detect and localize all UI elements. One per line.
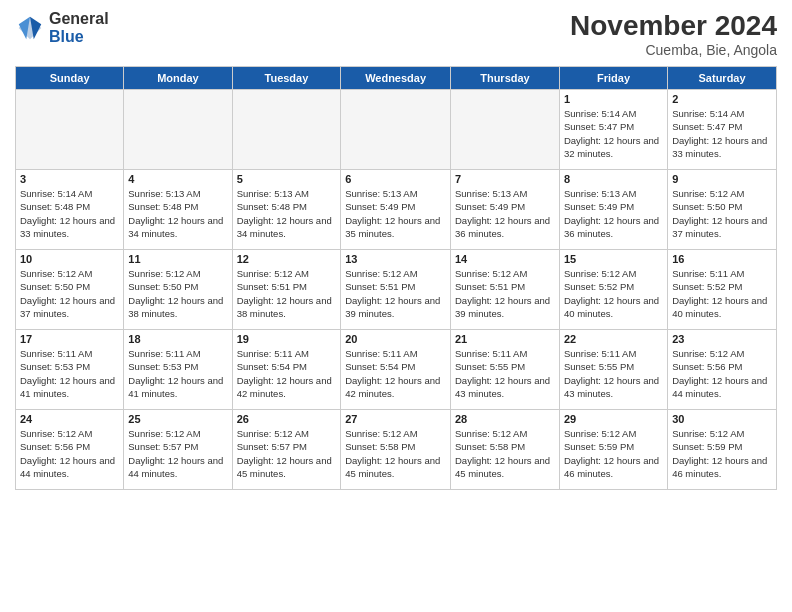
- calendar-cell: 8Sunrise: 5:13 AM Sunset: 5:49 PM Daylig…: [559, 170, 667, 250]
- calendar-cell: [16, 90, 124, 170]
- weekday-header-friday: Friday: [559, 67, 667, 90]
- day-number: 9: [672, 173, 772, 185]
- day-info: Sunrise: 5:12 AM Sunset: 5:58 PM Dayligh…: [455, 427, 555, 480]
- calendar-cell: [232, 90, 341, 170]
- calendar-cell: 18Sunrise: 5:11 AM Sunset: 5:53 PM Dayli…: [124, 330, 232, 410]
- week-row-3: 10Sunrise: 5:12 AM Sunset: 5:50 PM Dayli…: [16, 250, 777, 330]
- title-block: November 2024 Cuemba, Bie, Angola: [570, 10, 777, 58]
- calendar-cell: 19Sunrise: 5:11 AM Sunset: 5:54 PM Dayli…: [232, 330, 341, 410]
- day-info: Sunrise: 5:13 AM Sunset: 5:49 PM Dayligh…: [564, 187, 663, 240]
- calendar-cell: 21Sunrise: 5:11 AM Sunset: 5:55 PM Dayli…: [450, 330, 559, 410]
- logo-blue-text: Blue: [49, 28, 109, 46]
- day-info: Sunrise: 5:13 AM Sunset: 5:49 PM Dayligh…: [455, 187, 555, 240]
- day-number: 22: [564, 333, 663, 345]
- calendar-cell: 25Sunrise: 5:12 AM Sunset: 5:57 PM Dayli…: [124, 410, 232, 490]
- day-number: 17: [20, 333, 119, 345]
- day-number: 18: [128, 333, 227, 345]
- day-number: 23: [672, 333, 772, 345]
- page-container: General Blue November 2024 Cuemba, Bie, …: [0, 0, 792, 612]
- day-info: Sunrise: 5:14 AM Sunset: 5:47 PM Dayligh…: [564, 107, 663, 160]
- calendar-cell: 16Sunrise: 5:11 AM Sunset: 5:52 PM Dayli…: [668, 250, 777, 330]
- day-number: 3: [20, 173, 119, 185]
- calendar-cell: 26Sunrise: 5:12 AM Sunset: 5:57 PM Dayli…: [232, 410, 341, 490]
- week-row-1: 1Sunrise: 5:14 AM Sunset: 5:47 PM Daylig…: [16, 90, 777, 170]
- day-info: Sunrise: 5:12 AM Sunset: 5:51 PM Dayligh…: [345, 267, 446, 320]
- day-info: Sunrise: 5:12 AM Sunset: 5:59 PM Dayligh…: [672, 427, 772, 480]
- day-info: Sunrise: 5:11 AM Sunset: 5:54 PM Dayligh…: [345, 347, 446, 400]
- day-number: 27: [345, 413, 446, 425]
- weekday-header-sunday: Sunday: [16, 67, 124, 90]
- calendar-cell: 1Sunrise: 5:14 AM Sunset: 5:47 PM Daylig…: [559, 90, 667, 170]
- calendar-cell: 12Sunrise: 5:12 AM Sunset: 5:51 PM Dayli…: [232, 250, 341, 330]
- calendar-cell: [341, 90, 451, 170]
- calendar-cell: 14Sunrise: 5:12 AM Sunset: 5:51 PM Dayli…: [450, 250, 559, 330]
- logo-text: General Blue: [49, 10, 109, 45]
- day-info: Sunrise: 5:12 AM Sunset: 5:57 PM Dayligh…: [128, 427, 227, 480]
- calendar-cell: 7Sunrise: 5:13 AM Sunset: 5:49 PM Daylig…: [450, 170, 559, 250]
- calendar-cell: 4Sunrise: 5:13 AM Sunset: 5:48 PM Daylig…: [124, 170, 232, 250]
- calendar-cell: 11Sunrise: 5:12 AM Sunset: 5:50 PM Dayli…: [124, 250, 232, 330]
- day-number: 14: [455, 253, 555, 265]
- day-number: 29: [564, 413, 663, 425]
- calendar-cell: 6Sunrise: 5:13 AM Sunset: 5:49 PM Daylig…: [341, 170, 451, 250]
- day-info: Sunrise: 5:11 AM Sunset: 5:55 PM Dayligh…: [564, 347, 663, 400]
- day-info: Sunrise: 5:13 AM Sunset: 5:48 PM Dayligh…: [237, 187, 337, 240]
- day-number: 2: [672, 93, 772, 105]
- logo: General Blue: [15, 10, 109, 45]
- calendar-body: 1Sunrise: 5:14 AM Sunset: 5:47 PM Daylig…: [16, 90, 777, 490]
- day-number: 6: [345, 173, 446, 185]
- day-info: Sunrise: 5:11 AM Sunset: 5:55 PM Dayligh…: [455, 347, 555, 400]
- calendar-cell: 22Sunrise: 5:11 AM Sunset: 5:55 PM Dayli…: [559, 330, 667, 410]
- calendar-cell: 10Sunrise: 5:12 AM Sunset: 5:50 PM Dayli…: [16, 250, 124, 330]
- day-info: Sunrise: 5:12 AM Sunset: 5:56 PM Dayligh…: [672, 347, 772, 400]
- week-row-2: 3Sunrise: 5:14 AM Sunset: 5:48 PM Daylig…: [16, 170, 777, 250]
- calendar-cell: 27Sunrise: 5:12 AM Sunset: 5:58 PM Dayli…: [341, 410, 451, 490]
- calendar-cell: 28Sunrise: 5:12 AM Sunset: 5:58 PM Dayli…: [450, 410, 559, 490]
- calendar-cell: 2Sunrise: 5:14 AM Sunset: 5:47 PM Daylig…: [668, 90, 777, 170]
- calendar-table: SundayMondayTuesdayWednesdayThursdayFrid…: [15, 66, 777, 490]
- day-info: Sunrise: 5:12 AM Sunset: 5:58 PM Dayligh…: [345, 427, 446, 480]
- day-info: Sunrise: 5:13 AM Sunset: 5:49 PM Dayligh…: [345, 187, 446, 240]
- weekday-header-monday: Monday: [124, 67, 232, 90]
- day-info: Sunrise: 5:11 AM Sunset: 5:52 PM Dayligh…: [672, 267, 772, 320]
- day-info: Sunrise: 5:14 AM Sunset: 5:47 PM Dayligh…: [672, 107, 772, 160]
- calendar-cell: 29Sunrise: 5:12 AM Sunset: 5:59 PM Dayli…: [559, 410, 667, 490]
- day-number: 12: [237, 253, 337, 265]
- weekday-header-thursday: Thursday: [450, 67, 559, 90]
- day-number: 11: [128, 253, 227, 265]
- day-number: 8: [564, 173, 663, 185]
- weekday-header-tuesday: Tuesday: [232, 67, 341, 90]
- calendar-cell: 23Sunrise: 5:12 AM Sunset: 5:56 PM Dayli…: [668, 330, 777, 410]
- day-info: Sunrise: 5:12 AM Sunset: 5:56 PM Dayligh…: [20, 427, 119, 480]
- day-number: 1: [564, 93, 663, 105]
- day-info: Sunrise: 5:12 AM Sunset: 5:57 PM Dayligh…: [237, 427, 337, 480]
- day-number: 24: [20, 413, 119, 425]
- weekday-header-saturday: Saturday: [668, 67, 777, 90]
- week-row-4: 17Sunrise: 5:11 AM Sunset: 5:53 PM Dayli…: [16, 330, 777, 410]
- day-number: 19: [237, 333, 337, 345]
- calendar-cell: 5Sunrise: 5:13 AM Sunset: 5:48 PM Daylig…: [232, 170, 341, 250]
- page-subtitle: Cuemba, Bie, Angola: [570, 42, 777, 58]
- week-row-5: 24Sunrise: 5:12 AM Sunset: 5:56 PM Dayli…: [16, 410, 777, 490]
- day-number: 16: [672, 253, 772, 265]
- day-info: Sunrise: 5:13 AM Sunset: 5:48 PM Dayligh…: [128, 187, 227, 240]
- day-info: Sunrise: 5:12 AM Sunset: 5:51 PM Dayligh…: [237, 267, 337, 320]
- day-info: Sunrise: 5:14 AM Sunset: 5:48 PM Dayligh…: [20, 187, 119, 240]
- day-number: 30: [672, 413, 772, 425]
- calendar-cell: 24Sunrise: 5:12 AM Sunset: 5:56 PM Dayli…: [16, 410, 124, 490]
- weekday-header-row: SundayMondayTuesdayWednesdayThursdayFrid…: [16, 67, 777, 90]
- calendar-cell: 17Sunrise: 5:11 AM Sunset: 5:53 PM Dayli…: [16, 330, 124, 410]
- calendar-cell: 20Sunrise: 5:11 AM Sunset: 5:54 PM Dayli…: [341, 330, 451, 410]
- day-info: Sunrise: 5:11 AM Sunset: 5:54 PM Dayligh…: [237, 347, 337, 400]
- day-info: Sunrise: 5:12 AM Sunset: 5:51 PM Dayligh…: [455, 267, 555, 320]
- day-info: Sunrise: 5:12 AM Sunset: 5:50 PM Dayligh…: [672, 187, 772, 240]
- calendar-cell: [450, 90, 559, 170]
- day-number: 26: [237, 413, 337, 425]
- day-info: Sunrise: 5:11 AM Sunset: 5:53 PM Dayligh…: [20, 347, 119, 400]
- day-info: Sunrise: 5:12 AM Sunset: 5:50 PM Dayligh…: [20, 267, 119, 320]
- day-info: Sunrise: 5:12 AM Sunset: 5:52 PM Dayligh…: [564, 267, 663, 320]
- logo-icon: [15, 13, 45, 43]
- day-number: 21: [455, 333, 555, 345]
- calendar-cell: 30Sunrise: 5:12 AM Sunset: 5:59 PM Dayli…: [668, 410, 777, 490]
- day-number: 7: [455, 173, 555, 185]
